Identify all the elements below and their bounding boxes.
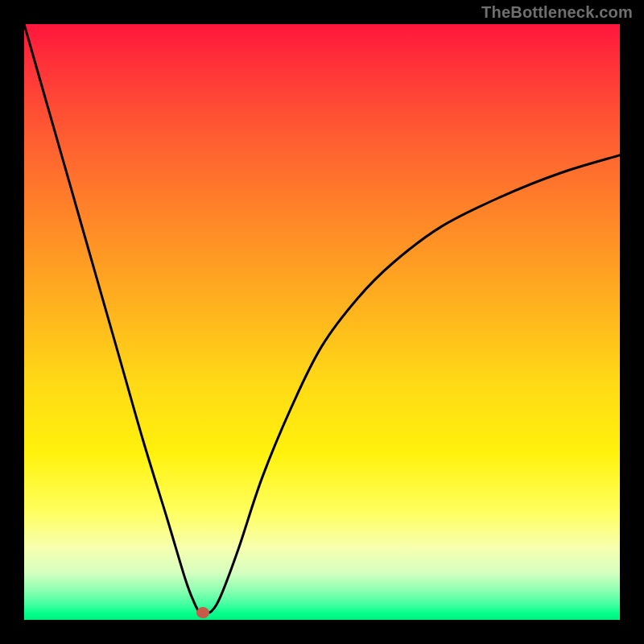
plot-area <box>24 24 620 620</box>
bottleneck-curve-path <box>24 24 620 613</box>
watermark-label: TheBottleneck.com <box>481 3 633 22</box>
chart-frame: TheBottleneck.com <box>0 0 644 644</box>
minimum-dot <box>196 607 209 618</box>
curve-svg <box>24 24 620 620</box>
